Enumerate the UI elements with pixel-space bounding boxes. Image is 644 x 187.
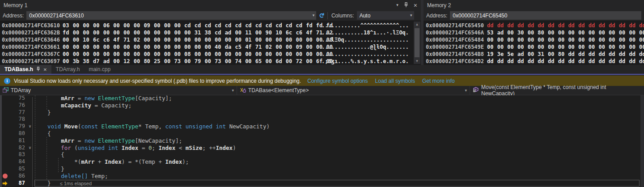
configure-symbol-options-link[interactable]: Configure symbol options bbox=[307, 78, 368, 84]
load-all-symbols-link[interactable]: Load all symbols bbox=[375, 78, 415, 84]
memory2-hex-view[interactable]: 0x000002714FC65450dd dd dd dd dd dd dd d… bbox=[424, 21, 644, 65]
memory1-hex-view[interactable]: 0x000002714FC6361003 00 00 00 06 00 00 0… bbox=[0, 21, 421, 65]
memory-row-bytes: 00 3b 38 d7 ad 00 12 00 80 25 00 73 00 7… bbox=[63, 58, 333, 65]
memory-row-ascii: .............18^ı...·.lΞOq. bbox=[322, 29, 409, 36]
fold-chevron-icon[interactable]: ∨ bbox=[27, 123, 33, 130]
breakpoint-margin[interactable] bbox=[2, 151, 9, 158]
memory2-address-input[interactable]: 0x000002714FC65450 bbox=[450, 11, 641, 20]
current-line-highlight bbox=[34, 180, 640, 187]
current-statement-arrow-icon bbox=[2, 181, 8, 187]
tab-tdabase-h[interactable]: TDABase.h × bbox=[0, 65, 51, 74]
memory2-panel: Memory 2 Address: 0x000002714FC65450 0x0… bbox=[424, 0, 644, 65]
code-text: }≤ 1ms elapsed bbox=[34, 180, 92, 187]
editor-navigation-bar: TDArray ▾ TDABase<ElementType> ▾ Move(co… bbox=[0, 86, 644, 95]
breakpoint-icon[interactable] bbox=[3, 174, 8, 178]
memory1-title: Memory 1 bbox=[4, 2, 27, 8]
memory-row-address: 0x000002714FC63697 bbox=[2, 58, 60, 65]
memory-row-bytes: dd dd dd dd dd dd dd dd dd dd dd dd dd d… bbox=[487, 22, 644, 29]
memory-row-address: 0x000002714FC6362B bbox=[2, 29, 60, 36]
pin-icon[interactable] bbox=[36, 67, 40, 72]
member-signature: Move(const ElementType * Temp, const uns… bbox=[481, 84, 635, 97]
code-text: delete[] Temp; bbox=[34, 173, 108, 180]
memory1-scrollbar[interactable]: ▲ ▼ bbox=[414, 21, 420, 64]
memory-row-address: 0x000002714FC63661 bbox=[2, 43, 60, 51]
close-icon[interactable]: × bbox=[43, 66, 47, 73]
memory-row-address: 0x000002714FC65450 bbox=[426, 22, 484, 29]
memory-row-ascii: ...............@ʅƚOq....... bbox=[322, 43, 409, 51]
breakpoint-margin[interactable] bbox=[2, 166, 9, 173]
type-name: TDABase<ElementType> bbox=[248, 87, 309, 94]
tab-tdarray-h[interactable]: TDArray.h bbox=[51, 65, 85, 74]
line-number: 77 bbox=[11, 109, 25, 116]
columns-dropdown-caret-icon[interactable]: ▾ bbox=[410, 13, 412, 17]
private-method-icon bbox=[473, 87, 479, 94]
breakpoint-margin[interactable] bbox=[2, 95, 9, 102]
memory-row-bytes: 00 00 10 6c c6 4f 71 02 00 00 00 00 00 0… bbox=[63, 36, 333, 43]
memory2-addressbar: Address: 0x000002714FC65450 bbox=[424, 10, 644, 21]
breakpoint-margin[interactable] bbox=[2, 130, 9, 137]
breakpoint-margin[interactable] bbox=[2, 158, 9, 166]
breakpoint-margin[interactable] bbox=[2, 144, 9, 152]
code-line-83: 83 { bbox=[0, 151, 640, 158]
breakpoint-margin[interactable] bbox=[2, 109, 9, 116]
dropdown-caret-icon[interactable]: ▾ bbox=[465, 88, 467, 93]
scroll-up-icon[interactable]: ▲ bbox=[414, 21, 420, 27]
line-number: 81 bbox=[11, 137, 25, 144]
code-text: mArr = new ElementType[NewCapacity]; bbox=[34, 137, 182, 144]
breakpoint-margin[interactable] bbox=[2, 173, 9, 180]
breakpoint-margin[interactable] bbox=[2, 123, 9, 130]
memory-row-ascii: ............^^^^^^^^^^^^... bbox=[322, 22, 409, 29]
member-dropdown[interactable]: Move(const ElementType * Temp, const uns… bbox=[470, 86, 644, 95]
indent-guide bbox=[47, 137, 47, 179]
scroll-down-icon[interactable]: ▼ bbox=[414, 58, 420, 64]
editor-vertical-scrollbar[interactable] bbox=[640, 95, 644, 187]
memory1-address-input[interactable]: 0x000002714FC63610 ▾ bbox=[26, 11, 316, 20]
memory-row-bytes: 03 00 00 00 06 00 00 00 09 00 00 00 cd c… bbox=[63, 22, 333, 29]
pin-icon[interactable] bbox=[404, 2, 408, 8]
memory-row-ascii: .;8ʒı....%.s.y.s.t.e.m.r.o. bbox=[322, 58, 409, 65]
memory-row: 0x000002714FC6364600 00 10 6c c6 4f 71 0… bbox=[0, 36, 421, 43]
columns-combo[interactable]: Auto ▾ bbox=[357, 11, 414, 20]
code-line-76: 76 mCapacity = Capacity; bbox=[0, 102, 640, 109]
memory-row: 0x000002714FC6546A53 ad 00 30 00 80 00 0… bbox=[424, 29, 644, 36]
breakpoint-margin[interactable] bbox=[2, 180, 9, 187]
type-dropdown[interactable]: TDABase<ElementType> ▾ bbox=[237, 86, 470, 95]
fold-chevron-icon[interactable]: ∨ bbox=[27, 144, 33, 152]
breakpoint-margin[interactable] bbox=[2, 116, 9, 123]
window-menu-caret-icon[interactable]: ▾ bbox=[396, 3, 398, 7]
perf-tip: ≤ 1ms elapsed bbox=[60, 181, 92, 186]
memory-row: 0x000002714FC6367C00 00 00 00 00 00 00 0… bbox=[0, 51, 421, 58]
memory-row-ascii: ........................... bbox=[322, 51, 409, 58]
memory-row: 0x000002714FC6369700 3b 38 d7 ad 00 12 0… bbox=[0, 58, 421, 65]
breakpoint-margin[interactable] bbox=[2, 102, 9, 109]
refresh-icon[interactable]: ↻ bbox=[318, 13, 325, 18]
memory-row-address: 0x000002714FC6546A bbox=[426, 29, 484, 36]
line-number: 85 bbox=[11, 166, 25, 173]
memory-row-bytes: 00 00 00 00 00 00 00 00 00 00 00 00 00 0… bbox=[63, 43, 333, 51]
address-dropdown-caret-icon[interactable]: ▾ bbox=[313, 13, 315, 17]
indent-guide bbox=[47, 96, 47, 110]
breakpoint-margin[interactable] bbox=[2, 137, 9, 144]
scrollbar-thumb[interactable] bbox=[415, 28, 419, 57]
memory-row-bytes: 00 00 00 00 00 00 00 00 00 00 00 00 08 0… bbox=[63, 51, 333, 58]
line-number: 86 bbox=[11, 173, 25, 180]
close-icon[interactable]: × bbox=[414, 2, 417, 8]
project-dropdown[interactable]: TDArray ▾ bbox=[0, 86, 237, 95]
memory-row-address: 0x000002714FC6367C bbox=[2, 51, 60, 58]
indent-guide bbox=[58, 158, 59, 172]
dropdown-caret-icon[interactable]: ▾ bbox=[232, 88, 234, 93]
tab-main-cpp[interactable]: main.cpp bbox=[84, 65, 115, 74]
memory-row-bytes: fd 00 00 00 00 00 00 00 00 00 00 00 00 3… bbox=[63, 29, 333, 36]
memory-row: 0x000002714FC6549E00 00 00 00 00 00 00 0… bbox=[424, 43, 644, 51]
code-line-78: 78 bbox=[0, 116, 640, 123]
code-text: mArr = new ElementType[Capacity]; bbox=[34, 95, 172, 102]
code-text: } bbox=[34, 109, 51, 116]
class-icon bbox=[240, 87, 246, 94]
project-icon bbox=[3, 87, 8, 94]
code-line-84: 84 *(mArr + Index) = *(Temp + Index); bbox=[0, 158, 640, 166]
indent-guide bbox=[35, 95, 35, 187]
get-more-info-link[interactable]: Get more info bbox=[422, 78, 455, 84]
columns-label: Columns: bbox=[331, 13, 354, 19]
memory-row: 0x000002714FC65450dd dd dd dd dd dd dd d… bbox=[424, 22, 644, 29]
code-editor[interactable]: 75 mArr = new ElementType[Capacity];76 m… bbox=[0, 95, 644, 187]
